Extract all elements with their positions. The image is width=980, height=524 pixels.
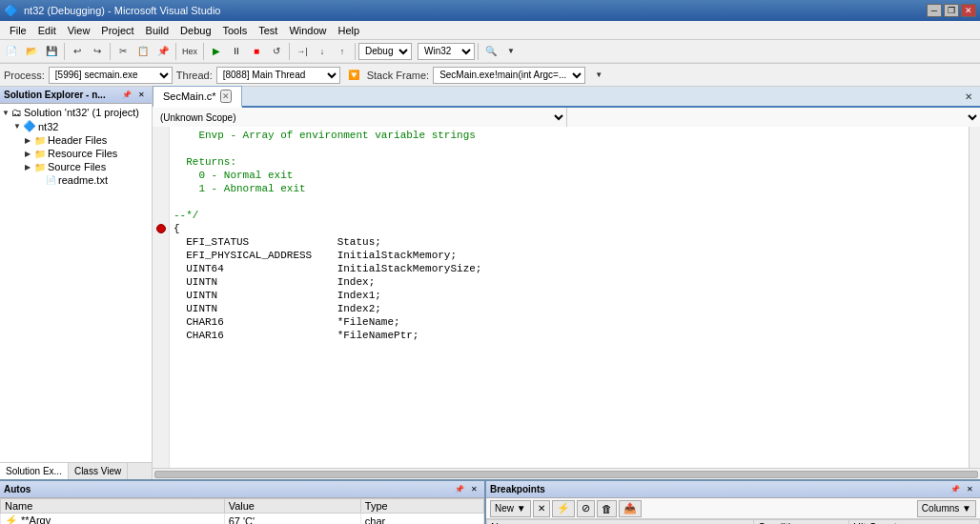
toolbar-more[interactable]: ▼	[501, 42, 521, 61]
new-file-button[interactable]: 📄	[2, 42, 21, 61]
folder-source-files[interactable]: ▶ 📁 Source Files	[2, 160, 150, 173]
step-out-button[interactable]: ↑	[333, 42, 352, 61]
scope-left-combo[interactable]: (Unknown Scope)	[153, 108, 567, 127]
minimize-button[interactable]: ─	[927, 4, 942, 17]
menu-edit[interactable]: Edit	[32, 23, 62, 38]
stack-label: Stack Frame:	[367, 70, 429, 81]
menu-project[interactable]: Project	[95, 23, 139, 38]
solution-label: Solution 'nt32' (1 project)	[24, 107, 139, 118]
editor-tab-bar: SecMain.c* ✕ ✕	[153, 87, 980, 108]
columns-button[interactable]: Columns ▼	[917, 500, 976, 517]
gutter-6	[154, 195, 168, 209]
redo-button[interactable]: ↪	[88, 42, 107, 61]
delete-all-bp-button[interactable]: 🗑	[597, 500, 617, 517]
vertical-scrollbar[interactable]	[969, 127, 980, 468]
gutter-3	[154, 155, 168, 169]
close-button[interactable]: ✕	[961, 4, 976, 17]
se-tab-bar: Solution Ex... Class View	[0, 462, 152, 479]
folder-icon-hf: 📁	[34, 135, 46, 146]
autos-table: Name Value Type ⚡ **Argv 67 'C' char	[0, 498, 484, 524]
hex-button[interactable]: Hex	[179, 42, 200, 61]
thread-combo[interactable]: [8088] Main Thread	[216, 67, 340, 84]
stop-button[interactable]: ■	[247, 42, 266, 61]
filter-button[interactable]: 🔽	[344, 66, 363, 85]
enable-all-bp-button[interactable]: ⚡	[552, 500, 575, 517]
project-root[interactable]: ▼ 🔷 nt32	[2, 119, 150, 133]
folder-header-files[interactable]: ▶ 📁 Header Files	[2, 133, 150, 147]
bp-header-buttons: 📌 ✕	[949, 483, 976, 495]
solution-explorer-header: Solution Explorer - n... 📌 ✕	[0, 87, 152, 104]
menu-window[interactable]: Window	[283, 23, 332, 38]
solution-root[interactable]: ▼ 🗂 Solution 'nt32' (1 project)	[2, 106, 150, 119]
menu-file[interactable]: File	[4, 23, 32, 38]
process-combo[interactable]: [5996] secmain.exe	[49, 67, 173, 84]
horiz-scroll-thumb[interactable]	[154, 471, 978, 478]
new-breakpoint-button[interactable]: New ▼	[490, 500, 531, 517]
se-auto-hide-button[interactable]: 📌	[120, 89, 133, 101]
cut-button[interactable]: ✂	[113, 42, 133, 61]
menu-help[interactable]: Help	[333, 23, 366, 38]
config-combo[interactable]: Debug	[358, 43, 412, 60]
expand-icon-sf: ▶	[25, 163, 32, 171]
editor-tab-secmain[interactable]: SecMain.c* ✕	[153, 86, 242, 108]
autos-header-buttons: 📌 ✕	[453, 483, 480, 495]
columns-label: Columns ▼	[922, 503, 971, 514]
bp-auto-hide-button[interactable]: 📌	[949, 483, 962, 495]
open-button[interactable]: 📂	[22, 42, 41, 61]
se-tab-solution[interactable]: Solution Ex...	[0, 463, 69, 479]
se-tab-class-label: Class View	[74, 466, 121, 476]
stack-more-button[interactable]: ▼	[589, 66, 608, 85]
save-button[interactable]: 💾	[42, 42, 61, 61]
folder-label-rf: Resource Files	[48, 148, 117, 159]
autos-auto-hide-button[interactable]: 📌	[453, 483, 466, 495]
menu-tools[interactable]: Tools	[217, 23, 254, 38]
gutter-bp[interactable]	[154, 222, 168, 235]
find-button[interactable]: 🔍	[481, 42, 500, 61]
horizontal-scrollbar[interactable]	[153, 468, 980, 479]
expand-icon-hf: ▶	[25, 136, 32, 145]
autos-row-0[interactable]: ⚡ **Argv 67 'C' char	[1, 514, 484, 525]
solution-explorer-title: Solution Explorer - n...	[4, 90, 106, 100]
window-controls: ─ ❐ ✕	[927, 4, 976, 17]
folder-resource-files[interactable]: ▶ 📁 Resource Files	[2, 147, 150, 160]
se-tab-class[interactable]: Class View	[69, 463, 128, 479]
copy-button[interactable]: 📋	[133, 42, 153, 61]
step-into-button[interactable]: ↓	[313, 42, 332, 61]
menu-build[interactable]: Build	[140, 23, 174, 38]
code-line-15: CHAR16 *FileName;	[174, 315, 965, 329]
step-over-button[interactable]: →|	[293, 42, 312, 61]
gutter-7	[154, 209, 168, 222]
editor-tab-close-button[interactable]: ✕	[220, 90, 232, 103]
breakpoints-title: Breakpoints	[490, 484, 545, 494]
disable-all-bp-button[interactable]: ⊘	[577, 500, 595, 517]
menu-test[interactable]: Test	[253, 23, 283, 38]
sep5	[289, 43, 290, 60]
code-line-4: 0 - Normal exit	[174, 169, 965, 182]
menu-debug[interactable]: Debug	[174, 23, 216, 38]
stack-combo[interactable]: SecMain.exe!main(int Argc=...	[433, 67, 585, 84]
autos-col-value: Value	[224, 499, 360, 514]
file-readme[interactable]: 📄 readme.txt	[2, 173, 150, 187]
scope-right-combo[interactable]	[567, 108, 981, 127]
undo-button[interactable]: ↩	[68, 42, 87, 61]
export-bp-button[interactable]: 📤	[619, 500, 642, 517]
pause-button[interactable]: ⏸	[227, 42, 246, 61]
menu-view[interactable]: View	[62, 23, 96, 38]
process-bar: Process: [5996] secmain.exe Thread: [808…	[0, 64, 980, 87]
bp-close-button[interactable]: ✕	[963, 483, 976, 495]
delete-breakpoint-button[interactable]: ✕	[533, 500, 550, 517]
restart-button[interactable]: ↺	[267, 42, 286, 61]
start-debug-button[interactable]: ▶	[207, 42, 226, 61]
code-line-6	[174, 195, 965, 209]
restore-button[interactable]: ❐	[944, 4, 959, 17]
code-line-13: UINTN Index1;	[174, 289, 965, 302]
autos-close-button[interactable]: ✕	[467, 483, 480, 495]
paste-button[interactable]: 📌	[153, 42, 173, 61]
se-close-button[interactable]: ✕	[134, 89, 148, 101]
new-bp-label: New ▼	[495, 503, 526, 514]
editor-close-button[interactable]: ✕	[959, 87, 978, 106]
platform-combo[interactable]: Win32	[418, 43, 475, 60]
code-lines[interactable]: Envp - Array of environment variable str…	[170, 127, 969, 468]
se-header-buttons: 📌 ✕	[120, 89, 148, 101]
autos-title: Autos	[4, 484, 31, 494]
